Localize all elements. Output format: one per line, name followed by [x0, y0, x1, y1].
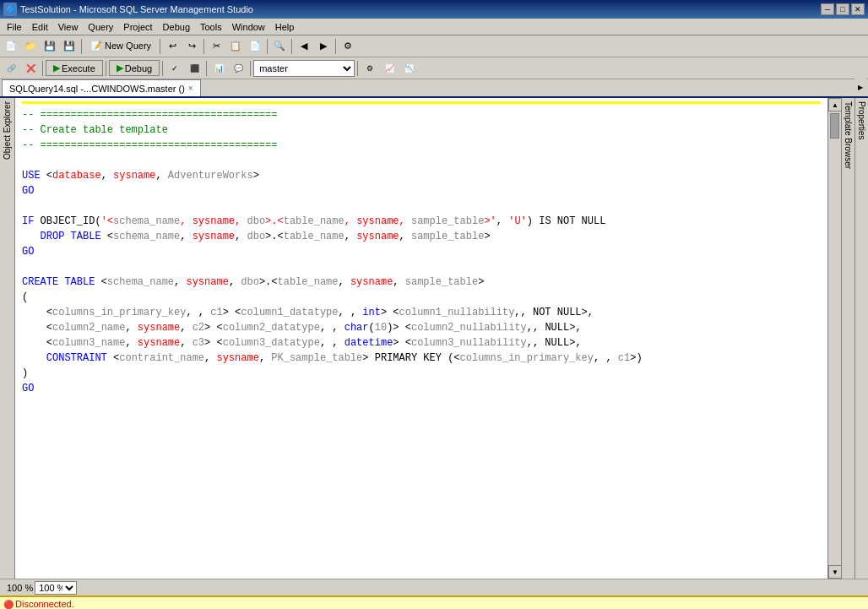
results-button[interactable]: 📊 — [209, 59, 228, 78]
separator-5 — [291, 39, 292, 54]
redo-button[interactable]: ↪ — [182, 37, 201, 56]
include-actual-plan-button[interactable]: 📈 — [380, 59, 399, 78]
tab-bar: SQLQuery14.sql -...CWINDOWS.master () × … — [0, 79, 868, 98]
properties-label: Properties — [857, 101, 866, 140]
main-layout: Object Explorer -- =====================… — [0, 98, 868, 579]
separator-1 — [81, 39, 82, 54]
status-bar-zoom: 100 % 100 % 75 % 150 % — [0, 579, 868, 595]
sep-q1 — [42, 61, 43, 76]
sep-q4 — [206, 61, 207, 76]
title-bar: 🔷 TestSolution - Microsoft SQL Server Ma… — [0, 0, 868, 19]
properties-button[interactable]: ⚙ — [339, 37, 357, 56]
messages-button[interactable]: 💬 — [229, 59, 247, 78]
tab-close-button[interactable]: × — [188, 84, 193, 93]
toolbar-query: 🔗 ❌ ▶ Execute ▶ Debug ✓ ⬛ 📊 💬 master Adv… — [0, 57, 868, 79]
editor-area[interactable]: -- =====================================… — [15, 98, 827, 579]
menu-debug[interactable]: Debug — [158, 20, 195, 34]
database-selector[interactable]: master AdventureWorks tempdb — [253, 60, 355, 77]
disconnect-button[interactable]: ❌ — [21, 59, 40, 78]
constraint-def: CONSTRAINT <contraint_name, sysname, PK_… — [22, 352, 643, 364]
comment-line-3: -- =====================================… — [22, 139, 277, 151]
scroll-up-button[interactable]: ▲ — [828, 98, 842, 111]
vertical-scrollbar[interactable]: ▲ ▼ — [827, 98, 841, 579]
separator-2 — [160, 39, 160, 54]
column3-def: <column3_name, sysname, c3> <column3_dat… — [22, 337, 582, 349]
create-statement: CREATE TABLE <schema_name, sysname, dbo>… — [22, 276, 484, 288]
menu-edit[interactable]: Edit — [27, 20, 53, 34]
forward-button[interactable]: ▶ — [314, 37, 333, 56]
tab-scroll-right[interactable]: ▶ — [854, 78, 866, 96]
menu-view[interactable]: View — [53, 20, 84, 34]
title-bar-left: 🔷 TestSolution - Microsoft SQL Server Ma… — [3, 3, 253, 16]
debug-button[interactable]: ▶ Debug — [109, 60, 160, 76]
if-statement: IF OBJECT_ID('<schema_name, sysname, dbo… — [22, 215, 605, 227]
go-3: GO — [22, 383, 34, 394]
menu-help[interactable]: Help — [270, 20, 300, 34]
paren-close: ) — [22, 367, 28, 379]
new-file-button[interactable]: 📄 — [2, 37, 20, 56]
menu-window[interactable]: Window — [227, 20, 270, 34]
execute-label: Execute — [62, 63, 95, 73]
separator-6 — [335, 39, 336, 54]
sep-q2 — [106, 61, 106, 76]
status-bar-bottom: 🔴 Disconnected. — [0, 595, 868, 609]
drop-statement: DROP TABLE <schema_name, sysname, dbo>.<… — [22, 231, 491, 242]
column2-def: <column2_name, sysname, c2> <column2_dat… — [22, 322, 582, 334]
app-icon: 🔷 — [3, 3, 17, 16]
template-browser-label: Template Browser — [844, 101, 853, 169]
include-client-stats-button[interactable]: 📉 — [399, 59, 418, 78]
tab-label: SQLQuery14.sql -...CWINDOWS.master () — [9, 84, 185, 94]
copy-button[interactable]: 📋 — [226, 37, 245, 56]
connection-status: 🔴 Disconnected. — [3, 599, 74, 609]
open-button[interactable]: 📁 — [21, 37, 40, 56]
query-tab[interactable]: SQLQuery14.sql -...CWINDOWS.master () × — [2, 79, 201, 96]
debug-label: Debug — [125, 63, 152, 73]
execute-button[interactable]: ▶ Execute — [46, 60, 103, 76]
left-sidebar: Object Explorer — [0, 98, 15, 579]
paren-open: ( — [22, 291, 28, 303]
title-bar-buttons[interactable]: ─ □ ✕ — [821, 3, 865, 15]
zoom-controls: 100 % 100 % 75 % 150 % — [3, 581, 80, 595]
menu-tools[interactable]: Tools — [195, 20, 227, 34]
go-2: GO — [22, 246, 34, 258]
scroll-track — [828, 111, 841, 565]
query-settings-button[interactable]: ⚙ — [361, 59, 379, 78]
yellow-marker-line — [22, 101, 821, 104]
new-query-button[interactable]: 📝 New Query — [84, 37, 157, 56]
column1-def: <columns_in_primary_key, , c1> <column1_… — [22, 307, 594, 318]
properties-panel: Properties — [854, 98, 868, 579]
disconnected-icon: 🔴 — [3, 600, 14, 609]
cut-button[interactable]: ✂ — [207, 37, 225, 56]
menu-query[interactable]: Query — [83, 20, 118, 34]
find-button[interactable]: 🔍 — [270, 37, 289, 56]
paste-button[interactable]: 📄 — [246, 37, 264, 56]
code-content[interactable]: -- =====================================… — [22, 107, 821, 396]
connection-status-text: Disconnected. — [15, 599, 74, 609]
go-1: GO — [22, 185, 34, 197]
minimize-button[interactable]: ─ — [821, 3, 834, 15]
menu-file[interactable]: File — [2, 20, 27, 34]
zoom-selector[interactable]: 100 % 75 % 150 % — [35, 581, 77, 595]
title-text: TestSolution - Microsoft SQL Server Mana… — [20, 4, 253, 14]
right-panels: ▲ ▼ Template Browser Properties — [827, 98, 868, 579]
toolbar-standard: 📄 📁 💾 💾 📝 New Query ↩ ↪ ✂ 📋 📄 🔍 ◀ ▶ ⚙ — [0, 35, 868, 57]
save-button[interactable]: 💾 — [41, 37, 59, 56]
stop-button[interactable]: ⬛ — [185, 59, 203, 78]
connect-button[interactable]: 🔗 — [2, 59, 20, 78]
zoom-value: 100 % — [7, 583, 33, 593]
sep-q3 — [162, 61, 163, 76]
close-button[interactable]: ✕ — [851, 3, 865, 15]
undo-button[interactable]: ↩ — [163, 37, 182, 56]
scroll-thumb[interactable] — [830, 113, 839, 139]
separator-4 — [267, 39, 268, 54]
back-button[interactable]: ◀ — [295, 37, 313, 56]
object-explorer-label: Object Explorer — [1, 98, 14, 163]
maximize-button[interactable]: □ — [836, 3, 849, 15]
comment-line-1: -- =====================================… — [22, 109, 277, 121]
scroll-down-button[interactable]: ▼ — [828, 565, 842, 579]
separator-3 — [203, 39, 204, 54]
sep-q5 — [250, 61, 251, 76]
parse-button[interactable]: ✓ — [165, 59, 184, 78]
save-all-button[interactable]: 💾 — [60, 37, 79, 56]
menu-project[interactable]: Project — [118, 20, 157, 34]
